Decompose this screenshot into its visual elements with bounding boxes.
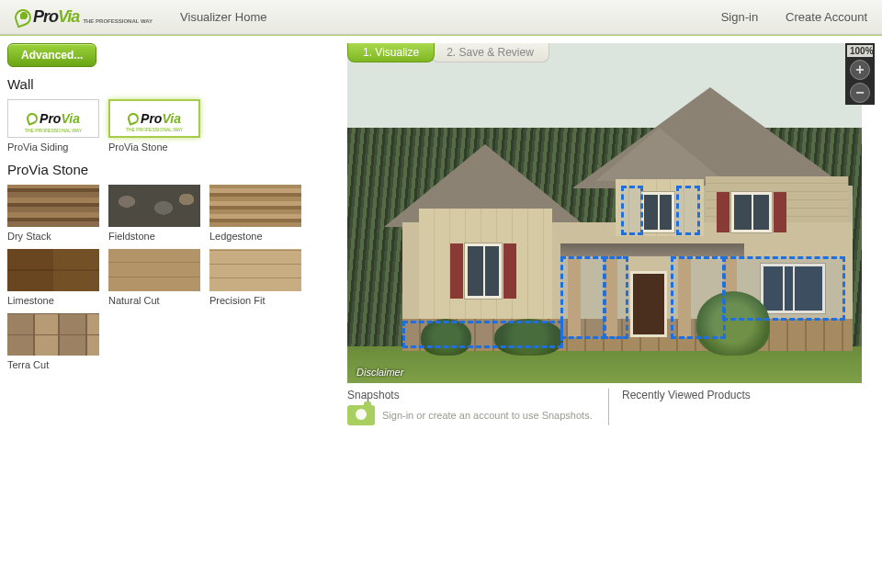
- selection-region[interactable]: [402, 321, 563, 348]
- advanced-button[interactable]: Advanced...: [7, 43, 96, 67]
- camera-icon[interactable]: [347, 405, 375, 425]
- brand-card-0[interactable]: ProViaTHE PROFESSIONAL WAYProVia Siding: [7, 99, 99, 153]
- zoom-out-button[interactable]: −: [850, 83, 870, 103]
- sidebar: Advanced... Wall ProViaTHE PROFESSIONAL …: [7, 43, 347, 425]
- stone-thumb: [7, 249, 99, 291]
- stone-card-fieldstone[interactable]: Fieldstone: [108, 185, 200, 242]
- signin-link[interactable]: Sign-in: [721, 10, 758, 24]
- selection-region[interactable]: [676, 186, 700, 235]
- nav-home-link[interactable]: Visualizer Home: [180, 10, 266, 24]
- stone-label: Natural Cut: [108, 295, 200, 306]
- stone-grid: Dry StackFieldstoneLedgestoneLimestoneNa…: [7, 185, 338, 370]
- brand-name: ProVia: [33, 7, 79, 27]
- stone-card-ledgestone[interactable]: Ledgestone: [209, 185, 301, 242]
- stone-thumb: [209, 185, 301, 227]
- stone-card-terra-cut[interactable]: Terra Cut: [7, 313, 99, 370]
- stone-thumb: [7, 185, 99, 227]
- stone-thumb: [108, 185, 200, 227]
- selection-region[interactable]: [671, 256, 726, 339]
- stone-card-dry-stack[interactable]: Dry Stack: [7, 185, 99, 242]
- logo-swoosh-icon: [12, 6, 33, 28]
- disclaimer-link[interactable]: Disclaimer: [356, 367, 403, 378]
- brand-label: ProVia Stone: [108, 141, 200, 153]
- stone-card-precision-fit[interactable]: Precision Fit: [209, 249, 301, 306]
- stone-category-title: ProVia Stone: [7, 162, 338, 177]
- logo-swoosh-icon: [126, 111, 140, 125]
- brand-tagline: THE PROFESSIONAL WAY: [83, 18, 153, 24]
- selection-region[interactable]: [621, 186, 643, 235]
- brand-label: ProVia Siding: [7, 141, 99, 153]
- tab-save-review[interactable]: 2. Save & Review: [431, 43, 549, 62]
- stone-label: Terra Cut: [7, 359, 99, 370]
- stone-label: Fieldstone: [108, 231, 200, 242]
- zoom-controls: 100% + −: [845, 43, 875, 105]
- tab-visualize[interactable]: 1. Visualize: [347, 43, 435, 62]
- brand-logo[interactable]: ProVia THE PROFESSIONAL WAY: [15, 7, 153, 27]
- top-bar: ProVia THE PROFESSIONAL WAY Visualizer H…: [0, 0, 882, 35]
- recently-viewed-title: Recently Viewed Products: [622, 389, 751, 401]
- stone-label: Dry Stack: [7, 231, 99, 242]
- snapshots-title: Snapshots: [347, 389, 599, 401]
- logo-swoosh-icon: [25, 111, 39, 125]
- wall-section-title: Wall: [7, 76, 338, 92]
- selection-region[interactable]: [560, 256, 606, 339]
- stone-card-limestone[interactable]: Limestone: [7, 249, 99, 306]
- snapshots-message: Sign-in or create an account to use Snap…: [382, 410, 593, 421]
- stone-label: Limestone: [7, 295, 99, 306]
- bottom-row: Snapshots Sign-in or create an account t…: [347, 389, 875, 425]
- zoom-percent: 100%: [847, 45, 873, 57]
- brand-card-1[interactable]: ProViaTHE PROFESSIONAL WAYProVia Stone: [108, 99, 200, 153]
- viewer-panel: 1. Visualize 2. Save & Review 100% + −: [347, 43, 875, 425]
- tab-row: 1. Visualize 2. Save & Review: [347, 43, 546, 62]
- stone-thumb: [209, 249, 301, 291]
- stone-thumb: [7, 313, 99, 356]
- brand-row: ProViaTHE PROFESSIONAL WAYProVia SidingP…: [7, 99, 338, 153]
- stone-label: Ledgestone: [209, 231, 301, 242]
- selection-region[interactable]: [722, 256, 845, 321]
- house-preview[interactable]: Disclaimer: [347, 43, 862, 383]
- selection-region[interactable]: [603, 256, 628, 339]
- stone-card-natural-cut[interactable]: Natural Cut: [108, 249, 200, 306]
- zoom-in-button[interactable]: +: [850, 60, 870, 80]
- stone-label: Precision Fit: [209, 295, 301, 306]
- create-account-link[interactable]: Create Account: [786, 10, 867, 24]
- stone-thumb: [108, 249, 200, 291]
